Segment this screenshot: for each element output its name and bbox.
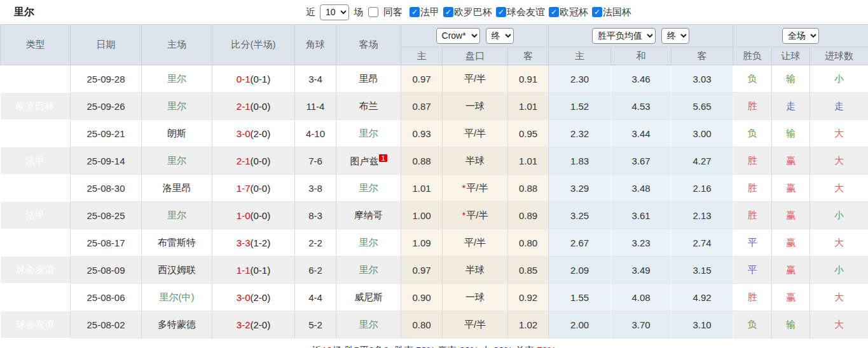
subcol-euro-draw: 和 bbox=[611, 47, 672, 65]
home-team[interactable]: 里尔 bbox=[142, 147, 212, 175]
league-type-badge: 法甲 bbox=[1, 65, 71, 93]
euro-draw-odds: 3.70 bbox=[611, 311, 672, 338]
home-team[interactable]: 布雷斯特 bbox=[142, 229, 212, 257]
euro-away-odds: 4.92 bbox=[672, 284, 733, 311]
col-header-away: 客场 bbox=[336, 25, 401, 65]
home-team[interactable]: 里尔 bbox=[142, 65, 212, 93]
asian-odds-time-select[interactable]: 终 bbox=[486, 28, 514, 44]
result-handicap: 赢 bbox=[772, 175, 810, 202]
asian-home-odds: 0.80 bbox=[401, 311, 443, 338]
home-team[interactable]: 里尔(中) bbox=[142, 284, 212, 311]
league-type-badge: 法甲 bbox=[1, 147, 71, 175]
asian-handicap: *平/半 bbox=[443, 202, 508, 229]
result-handicap: 赢 bbox=[772, 202, 810, 229]
summary-segment: 场,胜5平2负3, 胜率: bbox=[332, 345, 416, 348]
subcol-asian-handicap: 盘口 bbox=[443, 47, 508, 65]
euro-away-odds: 2.13 bbox=[672, 202, 733, 229]
euro-away-odds: 3.00 bbox=[672, 120, 733, 147]
away-team[interactable]: 摩纳哥 bbox=[336, 202, 401, 229]
summary-segment: 60% bbox=[493, 345, 513, 348]
euro-home-odds: 2.30 bbox=[549, 65, 611, 93]
asian-away-odds: 1.02 bbox=[508, 311, 549, 338]
games-label: 场 bbox=[354, 6, 363, 18]
away-team[interactable]: 里尔 bbox=[336, 120, 401, 147]
euro-home-odds: 3.25 bbox=[549, 202, 611, 229]
away-team[interactable]: 里尔 bbox=[336, 229, 401, 257]
score-cell: 3-2(2-0) bbox=[212, 311, 295, 338]
result-scope-select[interactable]: 全场 bbox=[782, 28, 819, 44]
same-venue-label: 同客 bbox=[383, 6, 403, 18]
corner-score: 11-4 bbox=[295, 93, 336, 120]
asian-home-odds: 1.01 bbox=[401, 175, 443, 202]
league-type-badge: 法甲 bbox=[1, 229, 71, 257]
league-checkbox[interactable]: ✓ bbox=[592, 7, 602, 17]
result-handicap: 赢 bbox=[772, 257, 810, 284]
near-label: 近 bbox=[306, 6, 315, 18]
result-goals: 小 bbox=[810, 257, 868, 284]
summary-segment: 赢率: bbox=[435, 345, 459, 348]
score-cell: 2-1(0-0) bbox=[212, 93, 295, 120]
home-team[interactable]: 里尔 bbox=[142, 202, 212, 229]
home-team[interactable]: 里尔 bbox=[142, 93, 212, 120]
match-row: 法甲25-08-30洛里昂1-7(0-0)3-8里尔1.01*平/半0.883.… bbox=[1, 175, 868, 202]
away-team[interactable]: 里昂 bbox=[336, 65, 401, 93]
corner-score: 8-3 bbox=[295, 202, 336, 229]
asian-handicap: *平/半 bbox=[443, 175, 508, 202]
home-team[interactable]: 朗斯 bbox=[142, 120, 212, 147]
asian-away-odds: 0.89 bbox=[508, 202, 549, 229]
col-header-date: 日期 bbox=[71, 25, 142, 65]
games-count-select[interactable]: 10 bbox=[320, 4, 349, 20]
table-header: 类型 日期 主场 比分(半场) 角球 客场 Crow* 终 bbox=[1, 25, 868, 65]
league-checkbox[interactable]: ✓ bbox=[410, 7, 420, 17]
match-date: 25-08-30 bbox=[71, 175, 142, 202]
score-cell: 3-0(2-0) bbox=[212, 284, 295, 311]
euro-odds-group-header: 胜平负均值 终 bbox=[549, 25, 733, 47]
odds-company-select[interactable]: Crow* bbox=[436, 28, 480, 44]
match-row: 球会友谊25-08-06里尔(中)3-0(2-0)4-4威尼斯0.90一球0.9… bbox=[1, 284, 868, 311]
home-team[interactable]: 西汉姆联 bbox=[142, 257, 212, 284]
league-label: 球会友谊 bbox=[507, 6, 545, 18]
match-row: 欧罗巴杯25-09-26里尔2-1(0-0)11-4布兰0.87一球1.011.… bbox=[1, 93, 868, 120]
away-team[interactable]: 里尔 bbox=[336, 311, 401, 338]
euro-odds-type-select[interactable]: 胜平负均值 bbox=[592, 28, 656, 44]
euro-draw-odds: 3.49 bbox=[611, 257, 672, 284]
result-goals: 大 bbox=[810, 147, 868, 175]
corner-score: 7-6 bbox=[295, 147, 336, 175]
league-checkbox[interactable]: ✓ bbox=[443, 7, 453, 17]
subcol-result-goals: 进球数 bbox=[810, 47, 868, 65]
halftime-score: (0-1) bbox=[251, 265, 271, 276]
match-row: 球会友谊25-08-09西汉姆联1-1(0-1)6-2里尔0.97半球0.852… bbox=[1, 257, 868, 284]
home-team[interactable]: 多特蒙德 bbox=[142, 311, 212, 338]
away-team[interactable]: 里尔 bbox=[336, 175, 401, 202]
euro-draw-odds: 3.23 bbox=[611, 229, 672, 257]
result-winlose: 胜 bbox=[733, 93, 772, 120]
league-type-badge: 欧罗巴杯 bbox=[1, 93, 71, 120]
euro-draw-odds: 3.67 bbox=[611, 147, 672, 175]
asian-handicap: 平/半 bbox=[443, 229, 508, 257]
away-team[interactable]: 图卢兹1 bbox=[336, 147, 401, 175]
away-team[interactable]: 里尔 bbox=[336, 257, 401, 284]
score-cell: 1-0(0-0) bbox=[212, 202, 295, 229]
euro-draw-odds: 4.08 bbox=[611, 284, 672, 311]
league-checkbox[interactable]: ✓ bbox=[549, 7, 559, 17]
checkmark-icon: ✓ bbox=[445, 8, 451, 16]
euro-home-odds: 1.52 bbox=[549, 93, 611, 120]
away-team[interactable]: 布兰 bbox=[336, 93, 401, 120]
match-row: 球会友谊25-08-02多特蒙德3-2(2-0)5-2里尔0.80平/半1.02… bbox=[1, 311, 868, 338]
asian-handicap: 一球 bbox=[443, 284, 508, 311]
match-date: 25-08-06 bbox=[71, 284, 142, 311]
euro-odds-time-select[interactable]: 终 bbox=[661, 28, 689, 44]
match-row: 法甲25-09-21朗斯3-0(2-0)4-10里尔0.93平/半0.952.3… bbox=[1, 120, 868, 147]
euro-draw-odds: 4.53 bbox=[611, 93, 672, 120]
away-team[interactable]: 威尼斯 bbox=[336, 284, 401, 311]
league-checkbox[interactable]: ✓ bbox=[496, 7, 506, 17]
league-type-badge: 球会友谊 bbox=[1, 257, 71, 284]
match-date: 25-08-25 bbox=[71, 202, 142, 229]
euro-home-odds: 2.09 bbox=[549, 257, 611, 284]
league-label: 欧罗巴杯 bbox=[454, 6, 492, 18]
asian-home-odds: 1.09 bbox=[401, 229, 443, 257]
home-team[interactable]: 洛里昂 bbox=[142, 175, 212, 202]
asian-home-odds: 1.00 bbox=[401, 202, 443, 229]
same-venue-checkbox[interactable] bbox=[368, 7, 378, 17]
star-icon: * bbox=[462, 210, 465, 220]
